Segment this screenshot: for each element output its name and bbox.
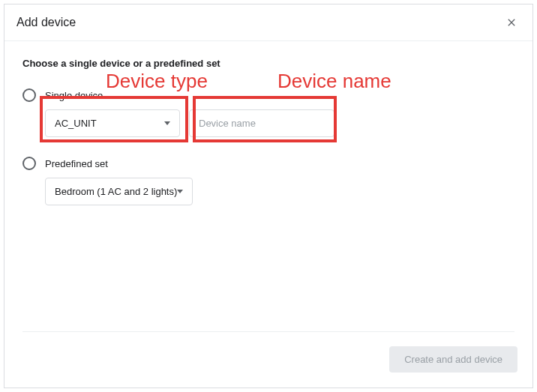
single-device-radio[interactable]	[22, 88, 36, 102]
chevron-down-icon	[164, 121, 170, 125]
add-device-dialog: Add device Choose a single device or a p…	[4, 4, 533, 388]
content-subtitle: Choose a single device or a predefined s…	[22, 58, 514, 69]
dialog-header: Add device	[4, 4, 532, 41]
device-name-field-wrap	[189, 109, 334, 137]
single-device-label: Single device	[45, 90, 103, 101]
chevron-down-icon	[177, 190, 183, 193]
predefined-set-radio[interactable]	[22, 157, 36, 170]
close-icon	[506, 16, 518, 28]
predefined-set-label: Predefined set	[45, 158, 108, 169]
single-device-controls: AC_UNIT	[45, 109, 514, 137]
device-type-value: AC_UNIT	[55, 118, 97, 129]
predefined-set-controls: Bedroom (1 AC and 2 lights)	[45, 178, 514, 205]
predefined-set-option[interactable]: Predefined set	[22, 157, 514, 170]
predefined-set-value: Bedroom (1 AC and 2 lights)	[55, 186, 177, 197]
dialog-title: Add device	[16, 16, 76, 29]
single-device-option[interactable]: Single device	[22, 88, 514, 102]
footer-divider	[22, 331, 514, 332]
device-name-input[interactable]	[199, 118, 325, 129]
create-add-device-button[interactable]: Create and add device	[389, 346, 518, 373]
dialog-content: Choose a single device or a predefined s…	[4, 41, 532, 241]
dialog-footer: Create and add device	[4, 334, 532, 388]
close-button[interactable]	[502, 13, 520, 31]
predefined-set-select[interactable]: Bedroom (1 AC and 2 lights)	[45, 178, 193, 205]
device-type-select[interactable]: AC_UNIT	[45, 109, 180, 137]
